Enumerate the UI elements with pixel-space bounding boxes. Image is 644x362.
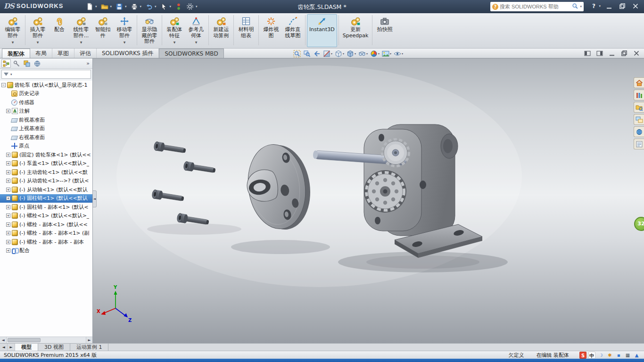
display-style-icon[interactable]: ▾ [346,49,357,58]
chevron-down-icon[interactable]: ▾ [125,5,127,8]
sogou-input-icon[interactable]: S [579,352,586,359]
show-hidden-components-button[interactable]: 显示隐 藏的零 部件 [139,14,160,47]
tree-item[interactable]: 原点 [0,142,92,151]
open-document-button[interactable] [99,1,110,12]
chevron-down-icon[interactable]: ▾ [95,5,97,8]
instant3d-button[interactable]: Instant3D [307,14,337,47]
doc-close[interactable] [632,49,640,57]
update-speedpak-button[interactable]: 更新 Speedpak [340,14,371,47]
chevron-down-icon[interactable]: ▾ [196,5,198,8]
linear-component-pattern-button[interactable]: 线性零 部件...▼ [70,14,92,47]
zoom-area-icon[interactable] [302,49,312,58]
expand-icon[interactable]: + [6,170,10,174]
tree-item[interactable]: 前视基准面 [0,115,92,124]
mate-button[interactable]: 配合 [49,14,70,47]
doc-restore[interactable] [620,49,628,57]
print-button[interactable] [129,1,140,12]
chevron-down-icon[interactable]: ▾ [331,52,332,55]
chevron-down-icon[interactable]: ▾ [10,73,12,76]
rebuild-button[interactable] [173,1,184,12]
window-minimize-button[interactable] [603,1,616,11]
chevron-down-icon[interactable]: ▾ [599,4,601,8]
pane-right-icon[interactable] [595,49,603,57]
expand-icon[interactable]: + [6,161,10,165]
zoom-fit-icon[interactable] [292,49,302,58]
chevron-down-icon[interactable]: ▾ [378,52,380,55]
graphics-viewport[interactable]: X Y Z 32 [93,58,644,343]
new-motion-study-button[interactable]: 新建运 动算例 [210,14,232,47]
expand-icon[interactable]: + [6,188,10,192]
tree-item[interactable]: +(-) 从动齿轮<1>-->? (默认< [0,177,92,186]
expand-icon[interactable]: + [6,205,10,209]
tab-scroll-next-icon[interactable]: ► [8,344,15,351]
edit-component-button[interactable]: 编辑零 部件▼ [2,14,24,47]
tab-布局[interactable]: 布局 [30,49,52,58]
tree-item[interactable]: 历史记录 [0,90,92,99]
tab-SOLIDWORKS 插件[interactable]: SOLIDWORKS 插件 [97,49,159,58]
panel-overflow-chevron[interactable]: » [86,60,91,66]
custom-properties-icon[interactable] [634,139,644,149]
expand-icon[interactable]: + [6,109,10,113]
section-view-icon[interactable]: ▾ [322,49,333,58]
tree-item[interactable]: +(-) 螺栓<1> (默认<<默认>_ [0,212,92,221]
tree-item[interactable]: −齿轮泵 (默认<默认_显示状态-1 [0,81,92,90]
insert-components-button[interactable]: 插入零 部件▼ [27,14,49,47]
apply-scene-icon[interactable]: ▾ [381,49,392,58]
tree-item[interactable]: +(固定) 齿轮泵体<1> (默认<< [0,150,92,159]
search-input[interactable] [500,4,570,9]
take-snapshot-button[interactable]: 拍快照 [374,14,396,47]
tab-3D 视图[interactable]: 3D 视图 [38,344,70,351]
chevron-down-icon[interactable]: ▾ [390,52,391,55]
tree-item[interactable]: +(-) 螺栓 - 副本 - 副本<1> (副 [0,229,92,238]
tree-item[interactable]: +注解 [0,107,92,116]
appearances-icon[interactable] [634,126,644,137]
expand-icon[interactable]: + [6,179,10,183]
expand-icon[interactable]: + [6,196,10,200]
tab-评估[interactable]: 评估 [74,49,97,58]
tab-草图[interactable]: 草图 [52,49,74,58]
smart-fasteners-button[interactable]: 智能扣 件 [92,14,114,47]
tree-item[interactable]: 传感器 [0,98,92,107]
expand-icon[interactable]: + [6,153,10,157]
tree-item[interactable]: +配合 [0,247,92,255]
reference-geometry-button[interactable]: 参考几 何体▼ [185,14,207,47]
expand-icon[interactable]: + [6,214,10,218]
tree-item[interactable]: +(-) 螺栓 - 副本 - 副本 - 副本 [0,238,92,247]
tree-item[interactable]: +(-) 圆柱销<1> (默认<<默认 [0,194,92,203]
view-orientation-icon[interactable]: ▾ [334,49,345,58]
file-explorer-icon[interactable] [634,102,644,113]
chevron-down-icon[interactable]: ▾ [355,52,356,55]
expand-icon[interactable]: + [6,222,10,227]
tree-item[interactable]: +(-) 螺栓 - 副本<1> (默认<< [0,220,92,229]
tab-SOLIDWORKS MBD[interactable]: SOLIDWORKS MBD [159,49,223,58]
save-button[interactable] [114,1,125,12]
scroll-right-icon[interactable]: ► [86,337,92,343]
tree-horizontal-scrollbar[interactable]: ◄ ► [0,337,92,343]
design-library-icon[interactable] [634,90,644,100]
chevron-down-icon[interactable]: ▾ [580,5,582,8]
chevron-down-icon[interactable]: ▾ [155,5,157,8]
expand-icon[interactable]: + [6,240,10,244]
tab-运动算例 1[interactable]: 运动算例 1 [70,344,109,351]
exploded-view-button[interactable]: 爆炸视 图 [260,14,282,47]
tab-模型[interactable]: 模型 [15,344,38,351]
mic-icon[interactable]: ▪ [615,352,622,359]
tree-item[interactable]: 右视基准面 [0,133,92,142]
scrollbar-thumb[interactable] [8,338,41,342]
expand-icon[interactable]: − [1,83,6,87]
edit-appearance-icon[interactable]: ▾ [369,49,380,58]
chevron-down-icon[interactable]: ▾ [402,52,403,55]
tab-装配体[interactable]: 装配体 [2,49,30,58]
window-close-button[interactable] [629,1,642,11]
new-document-button[interactable] [84,1,95,12]
view-settings-icon[interactable]: ▾ [393,49,404,58]
home-icon[interactable] [634,77,644,88]
tree-item[interactable]: +(-) 泵盖<1> (默认<<默认>_ [0,159,92,168]
scroll-left-icon[interactable]: ◄ [0,337,7,343]
bill-of-materials-button[interactable]: 材料明 细表 [235,14,257,47]
chevron-down-icon[interactable]: ▾ [110,5,112,8]
doc-minimize[interactable] [608,49,616,57]
tray-up-icon[interactable]: ▲ [633,352,640,359]
chevron-down-icon[interactable]: ▾ [140,5,142,8]
assembly-features-button[interactable]: 装配体 特征▼ [164,14,185,47]
